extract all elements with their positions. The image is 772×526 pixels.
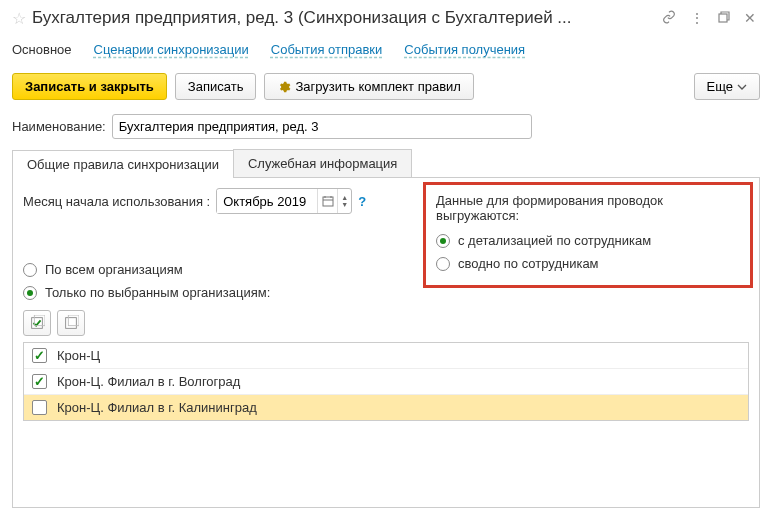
org-row[interactable]: Крон-Ц. Филиал в г. Калининград: [24, 395, 748, 420]
tab-service[interactable]: Служебная информация: [233, 149, 412, 177]
svg-rect-0: [719, 14, 727, 22]
load-rules-button[interactable]: Загрузить комплект правил: [264, 73, 473, 100]
check-all-button[interactable]: [23, 310, 51, 336]
radio-icon: [23, 263, 37, 277]
tab-general[interactable]: Общие правила синхронизации: [12, 150, 234, 178]
posting-title: Данные для формирования проводок выгружа…: [436, 193, 726, 223]
checkbox-icon[interactable]: ✓: [32, 374, 47, 389]
help-icon[interactable]: ?: [358, 194, 366, 209]
radio-icon: [436, 234, 450, 248]
radio-icon: [436, 257, 450, 271]
org-filter-selected-label: Только по выбранным организациям:: [45, 285, 270, 300]
posting-options-box: Данные для формирования проводок выгружа…: [423, 182, 753, 288]
link-icon[interactable]: [658, 10, 680, 27]
more-button[interactable]: Еще: [694, 73, 760, 100]
save-close-button[interactable]: Записать и закрыть: [12, 73, 167, 100]
spin-up-icon[interactable]: ▲: [341, 194, 348, 201]
window-title: Бухгалтерия предприятия, ред. 3 (Синхрон…: [32, 8, 652, 28]
svg-rect-1: [323, 197, 333, 206]
org-name: Крон-Ц. Филиал в г. Калининград: [57, 400, 257, 415]
save-button[interactable]: Записать: [175, 73, 257, 100]
nav-bar: Основное Сценарии синхронизации События …: [12, 36, 760, 67]
name-label: Наименование:: [12, 119, 106, 134]
calendar-icon[interactable]: [317, 189, 337, 213]
chevron-down-icon: [737, 82, 747, 92]
load-rules-label: Загрузить комплект правил: [295, 79, 460, 94]
gear-icon: [277, 80, 291, 94]
checkbox-icon[interactable]: ✓: [32, 348, 47, 363]
org-row[interactable]: ✓Крон-Ц. Филиал в г. Волгоград: [24, 369, 748, 395]
org-name: Крон-Ц: [57, 348, 100, 363]
tab-bar: Общие правила синхронизации Служебная ин…: [12, 149, 760, 178]
svg-rect-2: [32, 318, 43, 329]
nav-scenarios[interactable]: Сценарии синхронизации: [94, 42, 249, 57]
radio-icon: [23, 286, 37, 300]
posting-opt1-label: с детализацией по сотрудникам: [458, 233, 651, 248]
favorite-star-icon[interactable]: ☆: [12, 9, 26, 28]
svg-rect-4: [66, 318, 77, 329]
uncheck-all-icon: [63, 315, 79, 331]
name-input[interactable]: [112, 114, 532, 139]
org-list: ✓Крон-Ц✓Крон-Ц. Филиал в г. ВолгоградКро…: [23, 342, 749, 421]
checkbox-icon[interactable]: [32, 400, 47, 415]
detach-icon[interactable]: [714, 10, 734, 26]
org-row[interactable]: ✓Крон-Ц: [24, 343, 748, 369]
org-filter-all-label: По всем организациям: [45, 262, 183, 277]
check-all-icon: [29, 315, 45, 331]
posting-opt-summary[interactable]: сводно по сотрудникам: [436, 252, 726, 275]
month-label: Месяц начала использования :: [23, 194, 210, 209]
org-name: Крон-Ц. Филиал в г. Волгоград: [57, 374, 240, 389]
close-icon[interactable]: ✕: [740, 10, 760, 26]
posting-opt-detailed[interactable]: с детализацией по сотрудникам: [436, 229, 726, 252]
month-input[interactable]: [217, 190, 317, 213]
nav-recv-events[interactable]: События получения: [404, 42, 525, 57]
nav-main[interactable]: Основное: [12, 42, 72, 57]
toolbar: Записать и закрыть Записать Загрузить ко…: [12, 67, 760, 110]
more-label: Еще: [707, 79, 733, 94]
posting-opt2-label: сводно по сотрудникам: [458, 256, 599, 271]
spin-down-icon[interactable]: ▼: [341, 201, 348, 208]
month-spin[interactable]: ▲ ▼: [337, 189, 351, 213]
nav-send-events[interactable]: События отправки: [271, 42, 383, 57]
kebab-menu-icon[interactable]: ⋮: [686, 10, 708, 26]
uncheck-all-button[interactable]: [57, 310, 85, 336]
